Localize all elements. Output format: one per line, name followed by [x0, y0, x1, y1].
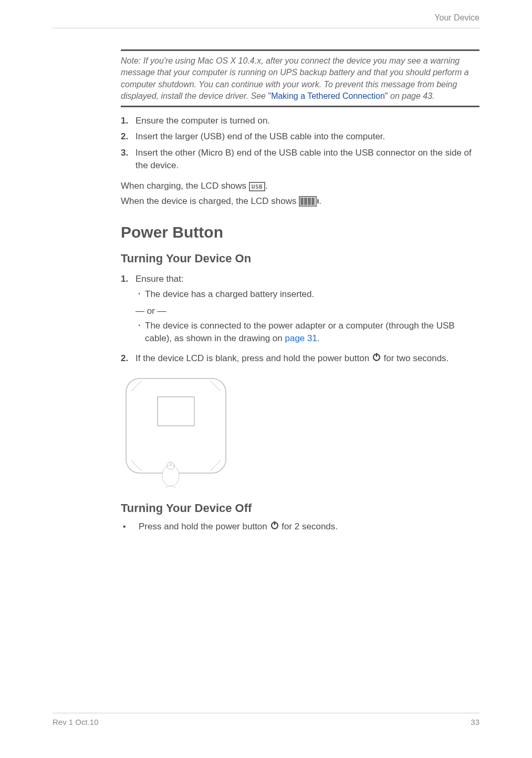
main-content: Note: If you're using Mac OS X 10.4.x, a… — [121, 49, 479, 534]
usb-icon: USB — [249, 182, 265, 191]
charged-text-a: When the device is charged, the LCD show… — [121, 196, 299, 206]
note-label: Note: — [121, 56, 141, 65]
note-xref[interactable]: "Making a Tethered Connection" — [268, 91, 388, 100]
note-block: Note: If you're using Mac OS X 10.4.x, a… — [121, 55, 479, 103]
svg-rect-7 — [158, 397, 194, 426]
turn-on-bullet2-b: . — [317, 333, 320, 343]
charged-line: When the device is charged, the LCD show… — [121, 195, 479, 208]
turn-on-step1-label: Ensure that: — [135, 274, 184, 284]
step-2: Insert the larger (USB) end of the USB c… — [121, 130, 479, 144]
turning-off-title: Turning Your Device Off — [121, 501, 479, 515]
svg-line-5 — [131, 460, 142, 471]
power-icon — [270, 520, 279, 534]
charged-text-b: . — [319, 196, 321, 206]
svg-line-4 — [210, 381, 221, 391]
note-rule-top — [121, 49, 479, 51]
page-footer: Rev 1 Oct.10 33 — [53, 713, 479, 726]
note-rule-bottom — [121, 106, 479, 107]
turn-on-step2-a: If the device LCD is blank, press and ho… — [135, 353, 372, 363]
turn-off-list: Press and hold the power button for 2 se… — [121, 520, 479, 534]
svg-point-8 — [162, 465, 179, 486]
svg-line-6 — [210, 460, 221, 471]
page-31-link[interactable]: page 31 — [285, 333, 317, 343]
battery-full-icon — [299, 196, 319, 207]
turn-off-b: for 2 seconds. — [281, 521, 338, 531]
chapter-header: Your Device — [53, 11, 479, 28]
svg-line-3 — [131, 381, 142, 391]
turning-on-title: Turning Your Device On — [121, 252, 479, 265]
turn-on-sub-bullets-1: The device has a charged battery inserte… — [135, 288, 479, 301]
turn-off-a: Press and hold the power button — [139, 521, 270, 531]
or-line: — or — — [135, 305, 479, 318]
charging-text-b: . — [265, 181, 268, 191]
charging-steps: Ensure the computer is turned on. Insert… — [121, 115, 479, 173]
footer-left: Rev 1 Oct.10 — [53, 718, 99, 726]
turn-on-sub-bullets-2: The device is connected to the power ada… — [135, 320, 479, 345]
device-diagram — [121, 373, 479, 491]
turn-on-step2-b: for two seconds. — [384, 353, 449, 363]
turn-on-steps: Ensure that: The device has a charged ba… — [121, 273, 479, 365]
turn-on-bullet1: The device has a charged battery inserte… — [135, 288, 479, 301]
turn-on-step1: Ensure that: The device has a charged ba… — [121, 273, 479, 345]
charging-text-a: When charging, the LCD shows — [121, 181, 249, 191]
turn-on-bullet2: The device is connected to the power ada… — [135, 320, 479, 345]
step-1: Ensure the computer is turned on. — [121, 115, 479, 128]
charging-line: When charging, the LCD shows USB. — [121, 180, 479, 193]
turn-on-step2: If the device LCD is blank, press and ho… — [121, 352, 479, 366]
step-3: Insert the other (Micro B) end of the US… — [121, 147, 479, 172]
section-power-title: Power Button — [121, 223, 479, 241]
power-icon — [372, 352, 381, 366]
turn-off-bullet: Press and hold the power button for 2 se… — [121, 520, 479, 534]
note-text-after: on page 43. — [388, 91, 435, 100]
footer-page-number: 33 — [471, 718, 479, 726]
